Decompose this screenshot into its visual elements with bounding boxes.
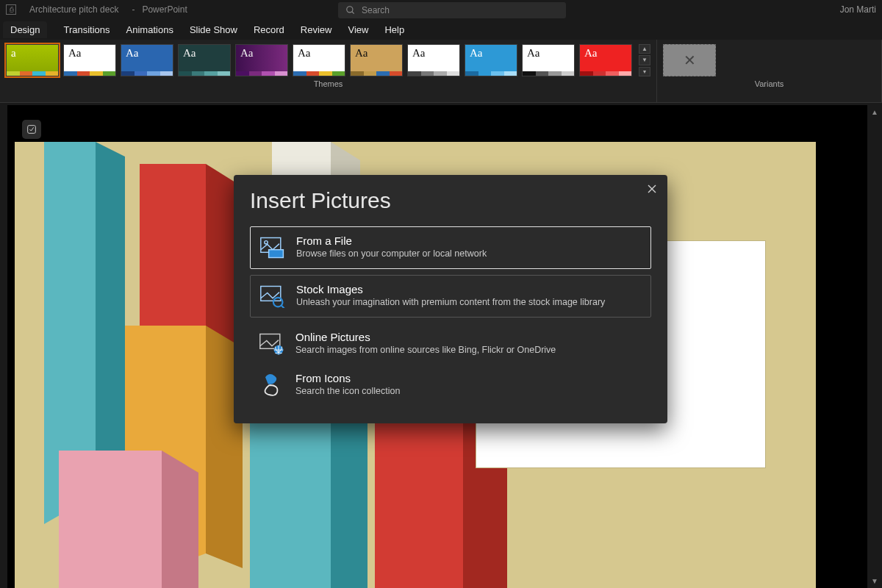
ribbon-tabs: Design Transitions Animations Slide Show… bbox=[0, 19, 882, 40]
option-title: From a File bbox=[296, 234, 487, 247]
tab-help[interactable]: Help bbox=[384, 24, 404, 35]
option-from-file[interactable]: From a File Browse files on your compute… bbox=[250, 226, 651, 269]
svg-rect-23 bbox=[269, 250, 284, 258]
svg-marker-16 bbox=[59, 451, 162, 588]
search-input[interactable]: Search bbox=[338, 2, 566, 18]
svg-point-0 bbox=[347, 7, 353, 12]
theme-thumb[interactable]: Aa bbox=[293, 44, 345, 76]
insert-pictures-dialog: Insert Pictures From a File Browse files… bbox=[234, 175, 667, 423]
svg-rect-18 bbox=[28, 126, 36, 134]
theme-thumb[interactable]: Aa bbox=[63, 44, 116, 76]
svg-marker-17 bbox=[162, 451, 198, 588]
scroll-up-icon[interactable]: ▲ bbox=[871, 108, 878, 116]
theme-thumb[interactable]: Aa bbox=[178, 44, 231, 76]
option-title: Stock Images bbox=[296, 283, 605, 295]
theme-thumb[interactable]: Aa bbox=[579, 44, 632, 76]
tab-transitions[interactable]: Transitions bbox=[63, 24, 110, 35]
tab-record[interactable]: Record bbox=[254, 24, 284, 35]
theme-thumb[interactable]: Aa bbox=[522, 44, 575, 76]
option-title: Online Pictures bbox=[295, 331, 556, 343]
svg-line-27 bbox=[282, 306, 285, 308]
group-label-themes: Themes bbox=[6, 79, 650, 88]
search-icon bbox=[345, 5, 356, 15]
document-sep: - bbox=[132, 4, 135, 15]
tab-animations[interactable]: Animations bbox=[126, 24, 173, 35]
theme-thumb[interactable]: Aa bbox=[465, 44, 517, 76]
option-desc: Search images from online sources like B… bbox=[295, 345, 556, 355]
theme-gallery: a Aa Aa Aa Aa Aa Aa Aa Aa Aa Aa ▲▼▾ bbox=[6, 44, 650, 76]
chevron-down-icon: ▾ bbox=[639, 67, 650, 76]
option-desc: Unleash your imagination with premium co… bbox=[296, 297, 605, 307]
tab-design[interactable]: Design bbox=[3, 21, 47, 38]
svg-point-26 bbox=[273, 298, 283, 307]
document-title: Architecture pitch deck bbox=[29, 4, 118, 15]
theme-thumb[interactable]: a bbox=[6, 44, 59, 76]
theme-thumb[interactable]: Aa bbox=[407, 44, 460, 76]
option-online-pictures[interactable]: Online Pictures Search images from onlin… bbox=[250, 323, 651, 365]
tab-slide-show[interactable]: Slide Show bbox=[190, 24, 237, 35]
ribbon: a Aa Aa Aa Aa Aa Aa Aa Aa Aa Aa ▲▼▾ Them… bbox=[0, 40, 882, 103]
svg-marker-13 bbox=[375, 399, 463, 588]
vertical-scrollbar[interactable]: ▲ ▼ bbox=[869, 105, 881, 588]
close-icon bbox=[648, 184, 656, 193]
from-icons-icon bbox=[259, 372, 285, 398]
quick-access-icon[interactable]: ⎙ bbox=[6, 4, 16, 15]
designer-icon bbox=[26, 123, 37, 135]
theme-gallery-more[interactable]: ▲▼▾ bbox=[639, 44, 650, 76]
from-file-icon bbox=[259, 234, 286, 261]
option-desc: Browse files on your computer or local n… bbox=[296, 248, 487, 259]
svg-line-1 bbox=[352, 12, 354, 14]
tab-view[interactable]: View bbox=[348, 24, 368, 35]
tab-review[interactable]: Review bbox=[301, 24, 332, 35]
designer-button[interactable] bbox=[22, 120, 41, 139]
option-stock-images[interactable]: Stock Images Unleash your imagination wi… bbox=[250, 275, 651, 318]
dialog-title: Insert Pictures bbox=[250, 188, 651, 213]
user-name[interactable]: Jon Marti bbox=[840, 4, 876, 15]
online-pictures-icon bbox=[259, 331, 285, 357]
app-name: PowerPoint bbox=[142, 4, 187, 15]
variant-thumb[interactable] bbox=[663, 44, 716, 76]
search-placeholder: Search bbox=[362, 5, 390, 15]
close-button[interactable] bbox=[645, 182, 659, 196]
theme-thumb[interactable]: Aa bbox=[121, 44, 173, 76]
theme-thumb[interactable]: Aa bbox=[350, 44, 403, 76]
scroll-down-icon[interactable]: ▼ bbox=[871, 577, 878, 585]
stock-images-icon bbox=[259, 283, 286, 309]
theme-thumb[interactable]: Aa bbox=[235, 44, 288, 76]
option-from-icons[interactable]: From Icons Search the icon collection bbox=[250, 365, 651, 406]
option-title: From Icons bbox=[295, 372, 400, 384]
svg-point-22 bbox=[265, 241, 268, 244]
option-desc: Search the icon collection bbox=[295, 386, 400, 396]
group-label-variants: Variants bbox=[663, 79, 875, 88]
